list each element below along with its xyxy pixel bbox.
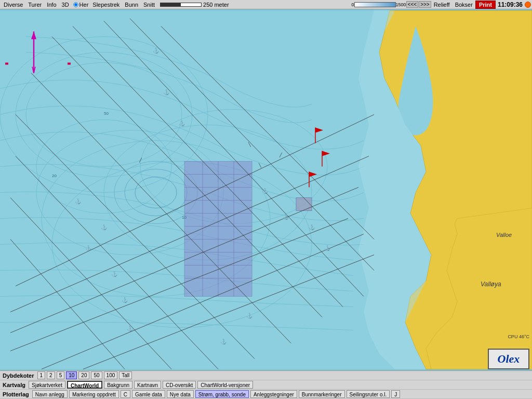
- btn-print[interactable]: Print: [475, 1, 496, 9]
- depth-gradient: [354, 2, 396, 7]
- cpu-label: CPU 46°C: [508, 334, 529, 339]
- svg-rect-26: [296, 198, 312, 211]
- plotterlag-gamle[interactable]: Gamle data: [132, 390, 165, 398]
- kartvalg-kartnavn[interactable]: Kartnavn: [134, 381, 161, 389]
- plotterlag-strom[interactable]: Strøm, grabb, sonde: [195, 390, 249, 398]
- depth-50[interactable]: 50: [91, 371, 102, 379]
- plotterlag-c[interactable]: C: [121, 390, 130, 398]
- depth-5[interactable]: 5: [57, 371, 65, 379]
- plotterlag-label: Plotterlag: [1, 391, 31, 397]
- depth-100[interactable]: 100: [104, 371, 118, 379]
- btn-3d[interactable]: 3D: [59, 0, 72, 9]
- nav-right[interactable]: >>>: [419, 1, 431, 8]
- btn-slepestrek[interactable]: Slepestrek: [90, 0, 122, 9]
- clock: 11:09:36: [496, 1, 525, 8]
- svg-text:⚓: ⚓: [153, 47, 159, 54]
- svg-text:10: 10: [182, 215, 187, 220]
- svg-text:⚓: ⚓: [309, 224, 315, 231]
- svg-text:50: 50: [104, 111, 109, 116]
- plotterlag-markering[interactable]: Markering oppdrett: [69, 390, 119, 398]
- svg-text:⚓: ⚓: [220, 338, 227, 345]
- svg-text:⚓: ⚓: [75, 198, 82, 205]
- kartvalg-chartworld[interactable]: ChartWorld: [67, 381, 102, 389]
- plotterlag-navn[interactable]: Navn anlegg: [32, 390, 68, 398]
- plotterlag-seil[interactable]: Seilingsruter o.l.: [347, 390, 390, 398]
- svg-text:20: 20: [52, 174, 57, 178]
- olex-logo: Olex: [488, 349, 529, 369]
- svg-text:╲: ╲: [258, 163, 262, 168]
- svg-rect-73: [68, 63, 71, 65]
- dybdekoter-label: Dybdekoter: [1, 373, 36, 379]
- kartvalg-chartworld-versjoner[interactable]: ChartWorld-versjoner: [197, 381, 253, 389]
- btn-snitt[interactable]: Snitt: [141, 0, 157, 9]
- depth-1[interactable]: 1: [37, 371, 46, 379]
- svg-text:╱: ╱: [139, 157, 142, 163]
- scale-bar: 250 meter: [160, 2, 229, 8]
- svg-text:⚓: ⚓: [179, 120, 185, 127]
- btn-bunn[interactable]: Bunn: [122, 0, 141, 9]
- nav-left[interactable]: <<<: [406, 1, 419, 8]
- temp-indicator: [525, 2, 531, 8]
- depth-max: 1500: [396, 2, 406, 7]
- svg-text:⚓: ⚓: [122, 297, 128, 303]
- plotterlag-nye[interactable]: Nye data: [167, 390, 194, 398]
- svg-text:⚓: ⚓: [111, 271, 118, 277]
- kartvalg-cdoversikt[interactable]: CD-oversikt: [163, 381, 196, 389]
- scale-area: 250 meter: [157, 2, 352, 8]
- btn-turer[interactable]: Turer: [25, 0, 44, 9]
- svg-text:╱: ╱: [279, 152, 283, 157]
- toolbar: Diverse Turer Info 3D Her Slepestrek Bun…: [0, 0, 532, 9]
- svg-text:╲: ╲: [248, 142, 251, 147]
- svg-rect-72: [5, 63, 8, 65]
- depth-tall[interactable]: Tall: [119, 371, 132, 379]
- kartvalg-label: Kartvalg: [1, 382, 27, 388]
- btn-bokser[interactable]: Bokser: [453, 0, 475, 9]
- map-area[interactable]: ⚓ ⚓ ⚓ ⚓ ⚓ ⚓ ⚓ ⚓ ⚓ ⚓ ⚓ ⚓ ⚓ ⚓ ⚓ ╱ ╲ ╱ ╲: [0, 9, 532, 370]
- svg-text:Valløya: Valløya: [481, 281, 501, 288]
- svg-text:⚓: ⚓: [262, 188, 269, 194]
- plotterlag-bunn[interactable]: Bunnmarkeringer: [299, 390, 345, 398]
- kartvalg-row: Kartvalg Sjøkartverket ChartWorld Bakgru…: [0, 380, 532, 390]
- dybdekoter-row: Dybdekoter 1 2 5 10 20 50 100 Tall: [0, 371, 532, 380]
- svg-text:⚓: ⚓: [85, 245, 92, 251]
- btn-info[interactable]: Info: [44, 0, 59, 9]
- bottom-panels: Dybdekoter 1 2 5 10 20 50 100 Tall Kartv…: [0, 370, 532, 399]
- svg-text:⚓: ⚓: [324, 245, 331, 251]
- nav-arrows[interactable]: <<< >>>: [406, 1, 431, 8]
- plotterlag-row: Plotterlag Navn anlegg Markering oppdret…: [0, 390, 532, 399]
- svg-text:⚓: ⚓: [163, 89, 170, 96]
- svg-text:⚓: ⚓: [283, 214, 289, 220]
- depth-20[interactable]: 20: [78, 371, 89, 379]
- btn-relieff[interactable]: Relieff: [431, 0, 453, 9]
- depth-10[interactable]: 10: [66, 371, 77, 379]
- svg-text:⚓: ⚓: [101, 224, 108, 231]
- scale-label: 250 meter: [203, 2, 229, 8]
- btn-diverse[interactable]: Diverse: [1, 0, 25, 9]
- radio-her[interactable]: Her: [72, 2, 90, 8]
- kartvalg-bakgrunn[interactable]: Bakgrunn: [104, 381, 132, 389]
- svg-text:⚓: ⚓: [127, 325, 134, 332]
- kartvalg-sjoekartverket[interactable]: Sjøkartverket: [29, 381, 65, 389]
- depth-2[interactable]: 2: [47, 371, 55, 379]
- app: Diverse Turer Info 3D Her Slepestrek Bun…: [0, 0, 532, 399]
- plotterlag-j[interactable]: J: [391, 390, 400, 398]
- svg-text:Valloe: Valloe: [496, 232, 512, 238]
- svg-text:⚓: ⚓: [246, 312, 253, 319]
- plotterlag-anlegg[interactable]: Anleggstegninger: [250, 390, 297, 398]
- survey-area: [184, 162, 252, 297]
- map-svg: ⚓ ⚓ ⚓ ⚓ ⚓ ⚓ ⚓ ⚓ ⚓ ⚓ ⚓ ⚓ ⚓ ⚓ ⚓ ╱ ╲ ╱ ╲: [0, 9, 532, 370]
